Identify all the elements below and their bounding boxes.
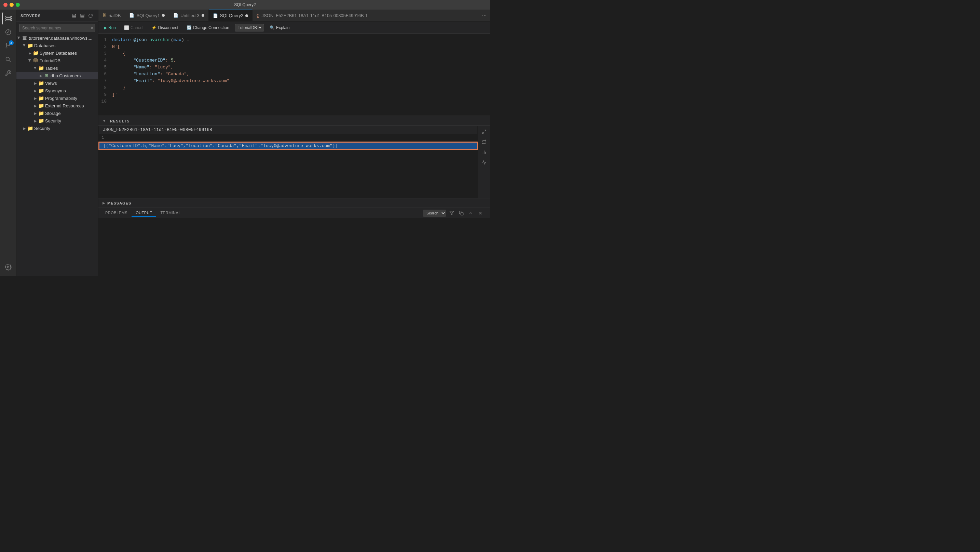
bottom-panel-area: ▶ MESSAGES PROBLEMS OUTPUT TERMINAL Sear… (99, 198, 490, 232)
tab-terminal[interactable]: TERMINAL (156, 209, 185, 217)
tree-item-server[interactable]: ▶ tutorserver.database.windows.... (16, 34, 98, 42)
code-line-1: 1 declare @json nvarchar(max) = (99, 37, 490, 43)
table-row[interactable]: 1 (99, 134, 477, 142)
tab-sqlquery1[interactable]: 📄 SQLQuery1 (125, 10, 169, 22)
code-editor[interactable]: 1 declare @json nvarchar(max) = 2 N'[ 3 … (99, 34, 490, 116)
tab-untitled3[interactable]: 📄 Untitled-3 (169, 10, 209, 22)
storage-label: Storage (45, 111, 98, 116)
window-controls[interactable] (3, 3, 20, 7)
svg-rect-19 (81, 14, 84, 15)
search-clear-icon[interactable]: × (91, 25, 93, 31)
disconnect-button[interactable]: ⚡ Disconnect (149, 24, 181, 31)
svg-rect-15 (72, 15, 76, 16)
close-button[interactable] (3, 3, 8, 7)
tree-item-security-db[interactable]: ▶ 📁 Security (16, 117, 98, 124)
copy-icon[interactable] (457, 209, 465, 217)
arrow-synonyms: ▶ (33, 88, 38, 93)
bottom-toolbar-area: Search (423, 209, 487, 217)
filter-icon[interactable] (448, 209, 456, 217)
activity-search[interactable] (2, 53, 14, 65)
activity-settings[interactable] (2, 261, 14, 273)
graph-icon[interactable] (480, 159, 488, 166)
activity-git[interactable]: 3 (2, 40, 14, 52)
arrow-external-resources: ▶ (33, 103, 38, 108)
results-header-row: JSON_F52E2B61-18A1-11d1-B105-00805F49916… (99, 126, 477, 134)
tree-item-tutorialdb[interactable]: ▶ TutorialDB (16, 57, 98, 64)
tree-item-databases[interactable]: ▶ 📁 Databases (16, 42, 98, 49)
explain-button[interactable]: 🔍 Explain (267, 24, 292, 31)
git-badge: 3 (9, 40, 14, 45)
svg-point-11 (6, 57, 9, 61)
activity-history[interactable] (2, 26, 14, 38)
code-line-5: 5 "Name": "Lucy", (99, 64, 490, 71)
folder-synonyms-icon: 📁 (38, 88, 44, 93)
maximize-results-icon[interactable] (480, 128, 488, 136)
table-icon: ⊞ (44, 73, 49, 78)
results-content[interactable]: JSON_F52E2B61-18A1-11d1-B105-00805F49916… (99, 126, 478, 198)
tab-sqlquery2-icon: 📄 (213, 13, 218, 18)
tab-untitled3-icon: 📄 (173, 13, 178, 18)
table-row-selected[interactable]: [{"CustomerID":5,"Name":"Lucy","Location… (99, 142, 477, 150)
code-line-6: 6 "Location": "Canada", (99, 71, 490, 78)
cancel-button[interactable]: ⬜ Cancel (121, 24, 146, 31)
disconnect-icon: ⚡ (151, 25, 156, 30)
tab-json-file[interactable]: {} JSON_F52E2B61-18A1-11d1-B105-00805F49… (253, 10, 372, 22)
tab-bar: 🗄 rialDB 📄 SQLQuery1 📄 Untitled-3 (99, 10, 490, 22)
code-line-2: 2 N'[ (99, 43, 490, 50)
up-icon[interactable] (467, 209, 475, 217)
messages-header[interactable]: ▶ MESSAGES (99, 198, 490, 208)
arrow-views: ▶ (33, 80, 38, 86)
cancel-label: Cancel (130, 25, 143, 30)
search-input[interactable] (19, 24, 95, 32)
tab-untitled3-modified (202, 14, 204, 17)
code-line-8: 8 } (99, 85, 490, 91)
tab-rialdb[interactable]: 🗄 rialDB (99, 10, 125, 22)
programmability-label: Programmability (45, 96, 98, 101)
connection-value: TutorialDB (238, 25, 257, 30)
connection-dropdown[interactable]: TutorialDB ▾ (235, 24, 264, 32)
chart-icon[interactable] (480, 148, 488, 156)
close-icon[interactable] (476, 209, 485, 217)
change-connection-label: Change Connection (193, 25, 229, 30)
explain-icon: 🔍 (270, 25, 275, 30)
svg-rect-23 (23, 38, 27, 38)
refresh-button[interactable] (87, 12, 94, 19)
minimize-button[interactable] (10, 3, 14, 7)
tree-item-synonyms[interactable]: ▶ 📁 Synonyms (16, 87, 98, 94)
sidebar-title: SERVERS (21, 14, 41, 18)
maximize-button[interactable] (16, 3, 20, 7)
tree-item-external-resources[interactable]: ▶ 📁 External Resources (16, 102, 98, 109)
tab-output[interactable]: OUTPUT (132, 209, 156, 217)
svg-line-12 (9, 61, 11, 62)
chevron-down-icon: ▾ (259, 25, 261, 30)
system-dbs-label: System Databases (40, 51, 98, 56)
code-line-4: 4 "CustomerID": 5, (99, 57, 490, 64)
folder-security-server-icon: 📁 (27, 126, 33, 131)
output-search-select[interactable]: Search (423, 210, 446, 217)
tree-item-programmability[interactable]: ▶ 📁 Programmability (16, 94, 98, 102)
disconnect-button[interactable] (79, 12, 86, 19)
change-connection-button[interactable]: 🔄 Change Connection (184, 24, 232, 31)
toggle-results-icon[interactable] (480, 138, 488, 146)
tree-item-tables[interactable]: ▶ 📁 Tables (16, 64, 98, 72)
tree-item-security-server[interactable]: ▶ 📁 Security (16, 124, 98, 132)
activity-tools[interactable] (2, 67, 14, 79)
tab-overflow-button[interactable]: ··· (479, 12, 490, 19)
arrow-security-server: ▶ (22, 126, 27, 131)
toolbar: ▶ Run ⬜ Cancel ⚡ Disconnect 🔄 Change Con… (99, 22, 490, 34)
tree-container: ▶ tutorserver.database.windows.... ▶ � (16, 34, 98, 276)
tree-item-views[interactable]: ▶ 📁 Views (16, 79, 98, 87)
results-collapse-arrow[interactable]: ▼ (102, 119, 106, 123)
tab-sqlquery2[interactable]: 📄 SQLQuery2 (209, 10, 253, 22)
row-value: [{"CustomerID":5,"Name":"Lucy","Location… (103, 143, 338, 148)
activity-servers[interactable] (2, 12, 14, 25)
results-col-header: JSON_F52E2B61-18A1-11d1-B105-00805F49916… (99, 126, 477, 134)
tree-item-storage[interactable]: ▶ 📁 Storage (16, 109, 98, 117)
tree-item-system-dbs[interactable]: ▶ 📁 System Databases (16, 49, 98, 57)
tree-item-dbo-customers[interactable]: ▶ ⊞ dbo.Customers (16, 72, 98, 79)
server-icon (22, 35, 27, 41)
bottom-tabs: PROBLEMS OUTPUT TERMINAL Search (99, 208, 490, 218)
new-connection-button[interactable] (71, 12, 78, 19)
tab-problems[interactable]: PROBLEMS (101, 209, 132, 217)
run-button[interactable]: ▶ Run (101, 24, 119, 31)
